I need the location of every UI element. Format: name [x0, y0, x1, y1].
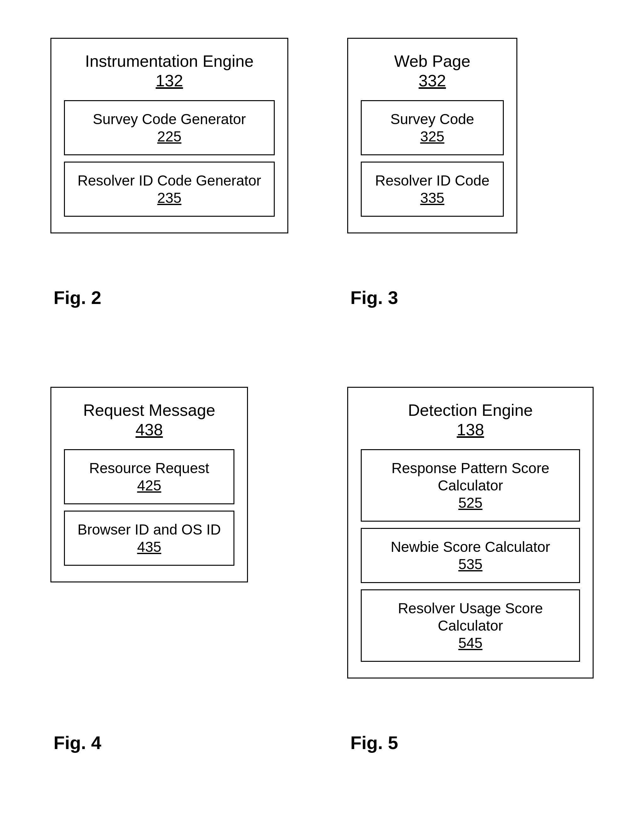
fig3-outer-title: Web Page 332	[361, 51, 504, 91]
fig4-inner1-box: Resource Request 425	[64, 449, 235, 504]
fig5-outer-box: Detection Engine 138 Response Pattern Sc…	[347, 387, 593, 679]
fig3-inner1-box: Survey Code 325	[361, 100, 504, 155]
fig2-inner2-box: Resolver ID Code Generator 235	[64, 162, 275, 217]
fig2-inner1-box: Survey Code Generator 225	[64, 100, 275, 155]
fig3-outer-box: Web Page 332 Survey Code 325 Resolver ID…	[347, 38, 517, 233]
fig4-inner2-box: Browser ID and OS ID 435	[64, 511, 235, 566]
fig5-label: Fig. 5	[347, 732, 619, 753]
fig5-label-area: Fig. 5	[322, 720, 619, 794]
fig5-inner3-box: Resolver Usage Score Calculator 545	[361, 589, 580, 662]
fig5-inner2-box: Newbie Score Calculator 535	[361, 528, 580, 583]
fig3-label-area: Fig. 3	[322, 274, 619, 355]
fig5-inner1-box: Response Pattern Score Calculator 525	[361, 449, 580, 522]
fig4-label-area: Fig. 4	[25, 720, 322, 794]
fig3-label: Fig. 3	[347, 287, 619, 308]
fig4-label: Fig. 4	[51, 732, 322, 753]
fig2-outer-box: Instrumentation Engine 132 Survey Code G…	[51, 38, 288, 233]
fig2-label-area: Fig. 2	[25, 274, 322, 355]
fig4-outer-title: Request Message 438	[64, 400, 235, 440]
fig4-outer-box: Request Message 438 Resource Request 425…	[51, 387, 248, 582]
fig2-outer-title: Instrumentation Engine 132	[64, 51, 275, 91]
fig3-inner2-box: Resolver ID Code 335	[361, 162, 504, 217]
fig2-label: Fig. 2	[51, 287, 322, 308]
fig5-outer-title: Detection Engine 138	[361, 400, 580, 440]
